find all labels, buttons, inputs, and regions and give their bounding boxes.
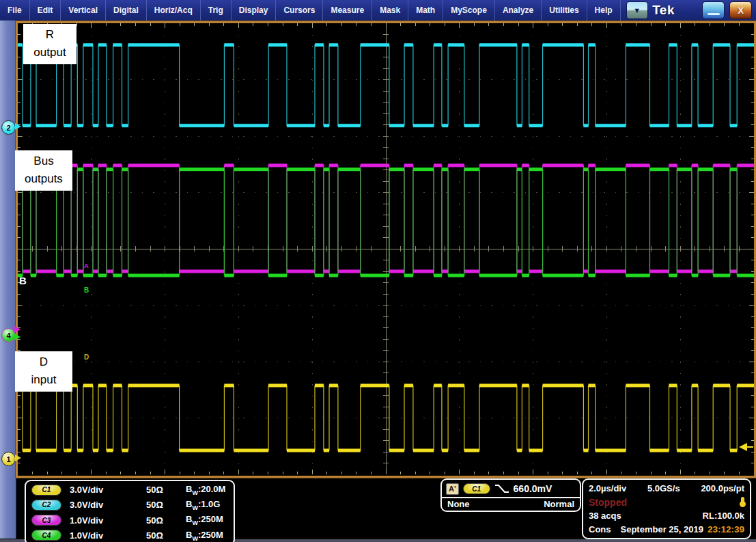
- c1-bandwidth: BW:20.0M: [186, 484, 234, 496]
- minimize-icon: [708, 13, 720, 15]
- c3-termination: 50Ω: [146, 515, 186, 526]
- menu-item-cursors[interactable]: Cursors: [276, 0, 323, 21]
- tek-logo: Tek: [652, 3, 675, 18]
- channel-badge-c4[interactable]: C4: [31, 530, 61, 541]
- channel-2-marker-arrow-icon: [15, 123, 21, 130]
- channel-3-marker-arrow-icon: [14, 326, 20, 333]
- channel-1-marker-arrow-icon: [15, 455, 21, 461]
- channel-badge-c3[interactable]: C3: [31, 515, 61, 526]
- waveform-canvas: [18, 23, 754, 474]
- close-button[interactable]: X: [729, 1, 752, 19]
- c3-scale: 1.0V/div: [70, 515, 146, 526]
- menu-item-measure[interactable]: Measure: [323, 0, 372, 21]
- menu-item-help[interactable]: Help: [587, 0, 621, 21]
- channel-4-marker-arrow-icon: [14, 334, 20, 340]
- menu-item-horiz-acq[interactable]: Horiz/Acq: [147, 0, 201, 21]
- menu-item-display[interactable]: Display: [232, 0, 277, 21]
- channel-2-marker[interactable]: 2: [1, 120, 16, 135]
- menu-item-mask[interactable]: Mask: [372, 0, 408, 21]
- channel-badge-c2[interactable]: C2: [31, 500, 61, 511]
- acquisition-state-row: Stopped: [589, 496, 744, 509]
- menu-item-trig[interactable]: Trig: [201, 0, 232, 21]
- minimize-button[interactable]: [702, 1, 725, 19]
- menu-item-vertical[interactable]: Vertical: [61, 0, 106, 21]
- c2-bandwidth: BW:1.0G: [186, 499, 234, 511]
- c1-termination: 50Ω: [146, 485, 186, 495]
- channel-readout-panel: C1 3.0V/div 50Ω BW:20.0M C2 3.0V/div 50Ω…: [25, 480, 235, 542]
- c4-termination: 50Ω: [146, 530, 186, 541]
- date-text: September 25, 2019: [621, 524, 703, 534]
- menu-item-analyze[interactable]: Analyze: [495, 0, 542, 21]
- chevron-down-icon: ▼: [633, 7, 641, 14]
- sample-rate: 5.0GS/s: [647, 483, 680, 493]
- menu-item-myscope[interactable]: MyScope: [443, 0, 495, 21]
- record-length: RL:100.0k: [703, 511, 744, 521]
- trigger-level-arrow-tail: [747, 446, 753, 448]
- acquisition-count-row: 38 acqs RL:100.0k: [589, 509, 744, 522]
- menu-item-digital[interactable]: Digital: [106, 0, 147, 21]
- channel-1-marker[interactable]: 1: [1, 452, 16, 466]
- datetime-row: Cons September 25, 2019 23:12:39: [589, 523, 744, 536]
- menu-item-utilities[interactable]: Utilities: [542, 0, 587, 21]
- c2-termination: 50Ω: [146, 500, 186, 510]
- trigger-level-arrow[interactable]: [739, 443, 747, 451]
- trigger-row-settings: A' C1 660.0mV: [442, 480, 580, 497]
- oscilloscope-screen: File Edit Vertical Digital Horiz/Acq Tri…: [0, 0, 756, 542]
- c3-bandwidth: BW:250M: [186, 514, 234, 526]
- trigger-mode: None: [447, 499, 470, 511]
- trigger-type: Normal: [544, 499, 574, 511]
- c4-bandwidth: BW:250M: [186, 530, 234, 542]
- channel-badge-c1[interactable]: C1: [31, 485, 61, 496]
- c2-scale: 3.0V/div: [70, 500, 146, 510]
- thermometer-icon: [741, 497, 744, 507]
- menu-item-file[interactable]: File: [0, 0, 30, 21]
- c1-scale: 3.0V/div: [70, 485, 146, 495]
- horizontal-acquisition-panel: 2.0µs/div 5.0GS/s 200.0ps/pt Stopped 38 …: [582, 478, 751, 539]
- channel-row-c2: C2 3.0V/div 50Ω BW:1.0G: [31, 498, 234, 511]
- acquisition-count: 38 acqs: [589, 511, 621, 521]
- trigger-system-badge: A': [446, 483, 459, 495]
- menu-bar: File Edit Vertical Digital Horiz/Acq Tri…: [0, 0, 756, 21]
- channel-row-c1: C1 3.0V/div 50Ω BW:20.0M: [31, 483, 234, 496]
- channel-row-c3: C3 1.0V/div 50Ω BW:250M: [31, 514, 234, 527]
- c4-scale: 1.0V/div: [70, 530, 146, 541]
- timebase-row: 2.0µs/div 5.0GS/s 200.0ps/pt: [589, 482, 744, 495]
- trigger-source-badge: C1: [463, 483, 490, 494]
- timebase-scale: 2.0µs/div: [589, 483, 626, 493]
- waveform-dropdown-button[interactable]: ▼: [626, 1, 648, 19]
- falling-edge-icon: [494, 483, 509, 494]
- trigger-readout-panel[interactable]: A' C1 660.0mV None Normal: [440, 478, 581, 512]
- menu-item-math[interactable]: Math: [408, 0, 443, 21]
- acquisition-state: Stopped: [589, 497, 627, 508]
- waveform-display: R output Bus outputs D input B A B D: [16, 21, 756, 478]
- trigger-row-mode: None Normal: [442, 497, 580, 511]
- trigger-level-value: 660.0mV: [514, 483, 552, 494]
- channel-row-c4: C4 1.0V/div 50Ω BW:250M: [31, 529, 234, 542]
- time-text: 23:12:39: [708, 524, 744, 534]
- acquisition-mode: Cons: [589, 524, 611, 534]
- channel-4-marker[interactable]: 4: [1, 328, 16, 342]
- sample-resolution: 200.0ps/pt: [701, 483, 744, 493]
- close-icon: X: [738, 5, 744, 16]
- menu-item-edit[interactable]: Edit: [30, 0, 61, 21]
